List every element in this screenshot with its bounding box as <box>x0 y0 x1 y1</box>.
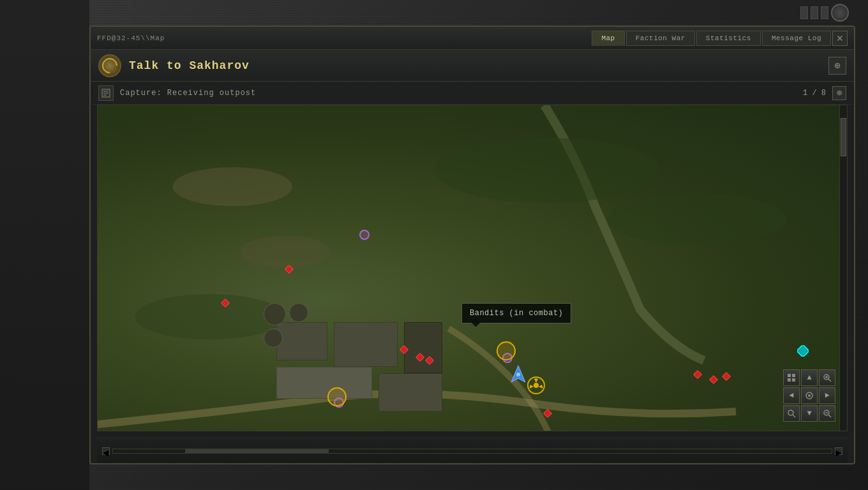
svg-line-27 <box>828 415 831 417</box>
svg-rect-17 <box>792 378 795 382</box>
scroll-left-btn[interactable]: ◄ <box>102 447 110 455</box>
faction-marker-1 <box>359 230 370 240</box>
deco-circle <box>831 4 849 22</box>
deco-bar-2 <box>811 6 818 19</box>
quest-compass-icon <box>98 54 121 77</box>
path-label: FFD@32-45\\Map <box>97 34 165 42</box>
bottom-scrollbar[interactable] <box>112 449 832 454</box>
map-container[interactable]: Bandits (in combat) ▲ ◄ ► ▼ <box>97 105 848 431</box>
sub-quest-bar: Capture: Receiving outpost 1 / 8 ⊕ <box>91 82 854 105</box>
svg-rect-14 <box>788 374 791 377</box>
tab-statistics[interactable]: Statistics <box>696 31 761 46</box>
tab-message-log[interactable]: Message Log <box>762 31 831 46</box>
map-ctrl-right[interactable]: ► <box>819 387 835 404</box>
svg-rect-15 <box>792 374 795 377</box>
deco-bar-3 <box>821 6 828 19</box>
close-button[interactable]: ✕ <box>832 31 848 46</box>
svg-rect-13 <box>797 345 809 357</box>
bottom-scroll-thumb <box>185 449 329 453</box>
sub-quest-expand-button[interactable]: ⊕ <box>832 86 846 100</box>
svg-point-23 <box>808 394 811 397</box>
quest-header: Talk to Sakharov ⊕ <box>91 50 854 82</box>
quest-counter: 1 / 8 <box>803 89 826 98</box>
quest-marker-1 <box>327 387 347 406</box>
map-ctrl-down[interactable]: ▼ <box>801 405 818 422</box>
tab-faction-war[interactable]: Faction War <box>626 31 695 46</box>
quest-expand-button[interactable]: ⊕ <box>828 57 846 75</box>
svg-point-12 <box>516 373 520 376</box>
deco-bar-1 <box>800 6 808 19</box>
outer-frame: FFD@32-45\\Map Map Faction War Statistic… <box>0 0 868 490</box>
quest-title: Talk to Sakharov <box>129 59 828 72</box>
special-marker <box>797 345 809 360</box>
map-ctrl-zoom-in[interactable] <box>819 369 835 386</box>
svg-point-24 <box>788 410 793 415</box>
tab-group: Map Faction War Statistics Message Log ✕ <box>592 31 848 46</box>
map-ctrl-zoom-out-icon[interactable] <box>783 405 800 422</box>
top-bar: FFD@32-45\\Map Map Faction War Statistic… <box>91 27 854 50</box>
tab-map[interactable]: Map <box>592 31 624 46</box>
svg-line-25 <box>793 415 795 417</box>
sub-quest-text: Capture: Receiving outpost <box>120 89 803 98</box>
map-ctrl-center[interactable] <box>801 387 818 404</box>
radiation-icon <box>527 376 546 398</box>
svg-point-10 <box>534 383 539 388</box>
map-ctrl-zoom-out[interactable] <box>819 405 835 422</box>
bottom-bar: ◄ ► <box>97 438 848 463</box>
main-panel: FFD@32-45\\Map Map Faction War Statistic… <box>89 26 855 464</box>
map-ctrl-up[interactable]: ▲ <box>801 369 818 386</box>
top-decorations <box>0 0 868 26</box>
svg-line-19 <box>828 379 831 382</box>
scrollbar-thumb[interactable] <box>841 118 846 156</box>
side-panel <box>0 0 89 490</box>
map-scrollbar[interactable] <box>839 105 847 431</box>
map-ctrl-left[interactable]: ◄ <box>783 387 800 404</box>
sub-quest-icon <box>98 85 114 101</box>
player-marker <box>511 366 525 385</box>
map-ctrl-tl[interactable] <box>783 369 800 386</box>
quest-marker-2 <box>497 341 516 360</box>
svg-rect-16 <box>788 378 791 382</box>
map-background <box>98 105 847 431</box>
scroll-right-btn[interactable]: ► <box>835 447 842 455</box>
map-controls: ▲ ◄ ► ▼ <box>783 369 835 422</box>
